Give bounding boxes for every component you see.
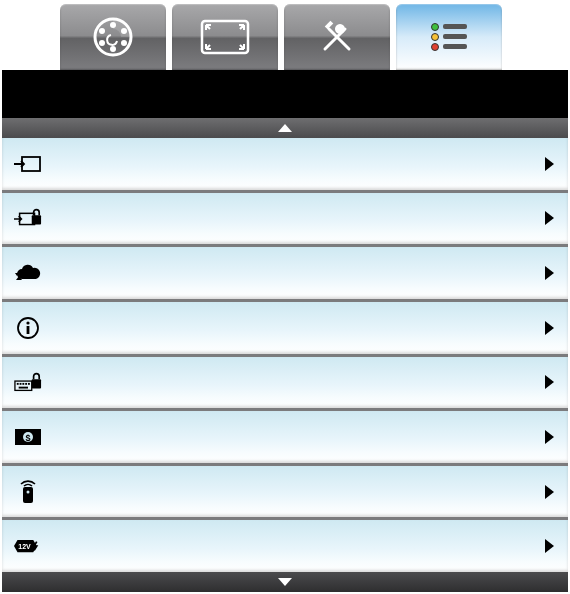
svg-point-2 xyxy=(121,28,127,34)
scroll-down-button[interactable] xyxy=(2,572,568,592)
svg-rect-26 xyxy=(28,383,30,385)
input-icon xyxy=(14,153,42,175)
svg-point-4 xyxy=(110,46,116,52)
svg-rect-23 xyxy=(20,383,22,385)
svg-rect-27 xyxy=(19,387,28,389)
chevron-right-icon xyxy=(545,375,554,389)
input-lock-item[interactable] xyxy=(2,193,568,245)
scroll-up-button[interactable] xyxy=(2,118,568,138)
svg-point-5 xyxy=(99,40,105,46)
keyboard-lock-icon xyxy=(14,371,42,393)
chevron-right-icon xyxy=(545,430,554,444)
svg-rect-32 xyxy=(23,487,33,503)
security-lock-item[interactable] xyxy=(2,357,568,409)
svg-point-3 xyxy=(121,40,127,46)
remote-item[interactable] xyxy=(2,466,568,518)
settings-tab[interactable] xyxy=(396,4,502,70)
svg-rect-24 xyxy=(22,383,24,385)
svg-rect-14 xyxy=(443,44,467,49)
chevron-right-icon xyxy=(545,157,554,171)
svg-rect-20 xyxy=(27,326,30,334)
header-bar xyxy=(2,70,568,118)
chevron-up-icon xyxy=(278,124,292,132)
menu-list: $ xyxy=(2,138,568,572)
svg-rect-28 xyxy=(32,380,41,389)
color-tab[interactable] xyxy=(60,4,166,70)
chevron-right-icon xyxy=(545,539,554,553)
palette-icon xyxy=(91,15,135,59)
power-12v-item[interactable]: 12V xyxy=(2,520,568,572)
input-lock-icon xyxy=(14,207,42,229)
svg-rect-21 xyxy=(15,381,32,390)
svg-rect-17 xyxy=(32,216,41,225)
dollar-icon: $ xyxy=(14,426,42,448)
tab-bar xyxy=(60,4,502,70)
svg-point-11 xyxy=(432,34,439,41)
svg-point-19 xyxy=(26,321,29,324)
remote-icon xyxy=(14,481,42,503)
svg-rect-12 xyxy=(443,34,467,39)
tools-icon xyxy=(315,15,359,59)
svg-point-33 xyxy=(27,490,30,493)
svg-point-9 xyxy=(432,24,439,31)
chevron-right-icon xyxy=(545,321,554,335)
chevron-right-icon xyxy=(545,211,554,225)
cloud-item[interactable] xyxy=(2,247,568,299)
input-item[interactable] xyxy=(2,138,568,190)
svg-point-6 xyxy=(99,28,105,34)
display-tab[interactable] xyxy=(172,4,278,70)
svg-rect-22 xyxy=(17,383,19,385)
chevron-right-icon xyxy=(545,266,554,280)
cloud-icon xyxy=(14,262,42,284)
menu-area: $ xyxy=(2,118,568,592)
expand-icon xyxy=(200,19,250,55)
svg-text:$: $ xyxy=(25,433,30,443)
svg-rect-25 xyxy=(25,383,27,385)
svg-rect-10 xyxy=(443,24,467,29)
information-item[interactable] xyxy=(2,302,568,354)
power-12v-icon: 12V xyxy=(14,535,42,557)
chevron-right-icon xyxy=(545,485,554,499)
list-icon xyxy=(427,20,471,54)
svg-point-1 xyxy=(110,22,116,28)
chevron-down-icon xyxy=(278,578,292,586)
info-icon xyxy=(14,317,42,339)
tools-tab[interactable] xyxy=(284,4,390,70)
svg-text:12V: 12V xyxy=(18,543,31,550)
svg-point-13 xyxy=(432,44,439,51)
dollar-item[interactable]: $ xyxy=(2,411,568,463)
